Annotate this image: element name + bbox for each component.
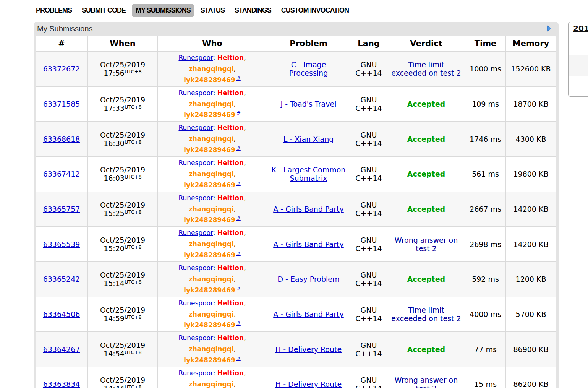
team-member[interactable]: lyk248289469	[184, 111, 235, 119]
team-member[interactable]: lyk248289469	[184, 356, 235, 364]
team-member[interactable]: lyk248289469	[184, 181, 235, 189]
team-hash-link[interactable]: #	[236, 75, 241, 81]
when-cell: Oct/25/2019 15:14UTC+8	[88, 262, 158, 297]
when-time: 14:44	[104, 384, 125, 388]
team-separator: :	[213, 264, 217, 272]
team-member[interactable]: Heltion	[217, 159, 244, 167]
problem-link[interactable]: C - Image Processing	[289, 60, 328, 77]
team-hash-link[interactable]: #	[236, 145, 241, 151]
submission-row: 63365242 Oct/25/2019 15:14UTC+8 Runespoo…	[36, 262, 556, 297]
when-time: 15:20	[104, 244, 125, 253]
team-member[interactable]: Heltion	[217, 334, 244, 342]
team-link[interactable]: Runespoor	[178, 369, 213, 377]
team-member[interactable]: zhangqingqi	[189, 170, 234, 178]
team-member[interactable]: zhangqingqi	[189, 135, 234, 143]
team-link[interactable]: Runespoor	[178, 194, 213, 202]
problem-link[interactable]: H - Delivery Route	[275, 380, 342, 388]
team-member[interactable]: zhangqingqi	[189, 205, 234, 213]
team-member[interactable]: lyk248289469	[184, 251, 235, 259]
when-date: Oct/25/2019	[90, 306, 155, 314]
submission-id-link[interactable]: 63365539	[43, 240, 80, 248]
team-member[interactable]: Heltion	[217, 229, 244, 237]
problem-link[interactable]: A - Girls Band Party	[273, 240, 344, 248]
time-cell: 1000 ms	[465, 52, 506, 87]
nav-item-submit-code[interactable]: Submit Code	[78, 4, 130, 17]
submission-id-link[interactable]: 63365242	[43, 275, 80, 283]
submission-id-link[interactable]: 63368618	[43, 135, 80, 143]
team-link[interactable]: Runespoor	[178, 264, 213, 272]
team-link[interactable]: Runespoor	[178, 54, 213, 62]
panel-caption: My Submissions	[34, 22, 559, 36]
team-member[interactable]: Heltion	[217, 264, 244, 272]
team-member[interactable]: Heltion	[217, 369, 244, 377]
problem-link[interactable]: K - Largest Common Submatrix	[272, 166, 346, 182]
team-link[interactable]: Runespoor	[178, 124, 213, 131]
team-member[interactable]: zhangqingqi	[189, 240, 234, 248]
team-member[interactable]: Heltion	[217, 124, 244, 131]
expand-arrow-icon[interactable]	[546, 25, 552, 32]
when-date: Oct/25/2019	[90, 376, 155, 384]
team-member[interactable]: lyk248289469	[184, 321, 235, 329]
team-member[interactable]: Heltion	[217, 54, 244, 62]
problem-link[interactable]: J - Toad's Travel	[281, 100, 337, 108]
submission-id-link[interactable]: 63363834	[43, 380, 80, 388]
team-member[interactable]: zhangqingqi	[189, 65, 234, 73]
problem-link[interactable]: L - Xian Xiang	[283, 135, 334, 143]
submission-id-link[interactable]: 63371585	[43, 100, 80, 108]
when-time-line: 14:44UTC+8	[90, 384, 155, 388]
nav-item-status[interactable]: Status	[197, 4, 228, 17]
problem-link[interactable]: H - Delivery Route	[275, 345, 342, 354]
nav-item-custom-invocation[interactable]: Custom Invocation	[277, 4, 353, 17]
nav-item-my-submissions[interactable]: My Submissions	[132, 4, 194, 17]
team-member[interactable]: lyk248289469	[184, 286, 235, 294]
problem-cell: J - Toad's Travel	[267, 87, 350, 122]
team-hash-link[interactable]: #	[236, 250, 241, 256]
team-member[interactable]: Heltion	[217, 89, 244, 97]
problem-cell: H - Delivery Route	[267, 367, 350, 388]
team-hash-link[interactable]: #	[236, 320, 241, 326]
team-member[interactable]: lyk248289469	[184, 76, 235, 84]
team-hash-link[interactable]: #	[236, 110, 241, 116]
problem-link[interactable]: A - Girls Band Party	[273, 310, 344, 318]
team-member[interactable]: zhangqingqi	[189, 345, 234, 353]
submission-id-link[interactable]: 63372672	[43, 65, 80, 73]
team-hash-link[interactable]: #	[236, 356, 241, 361]
team-member[interactable]: lyk248289469	[184, 216, 235, 224]
team-member[interactable]: Heltion	[217, 194, 244, 202]
who-cell: Runespoor: Heltion, zhangqingqi, lyk2482…	[158, 367, 267, 388]
problem-link[interactable]: D - Easy Problem	[277, 275, 339, 283]
team-hash-link[interactable]: #	[236, 180, 241, 186]
submission-id-link[interactable]: 63364506	[43, 310, 80, 318]
submission-id-link[interactable]: 63367412	[43, 170, 80, 178]
who-cell: Runespoor: Heltion, zhangqingqi, lyk2482…	[158, 262, 267, 297]
nav-item-problems[interactable]: Problems	[32, 4, 76, 17]
submission-id-link[interactable]: 63365757	[43, 205, 80, 213]
verdict-text: Accepted	[407, 275, 445, 283]
team-link[interactable]: Runespoor	[178, 299, 213, 307]
verdict-cell: Accepted	[387, 332, 465, 367]
verdict-text: Wrong answer on test 2	[395, 376, 458, 388]
problem-cell: K - Largest Common Submatrix	[267, 157, 350, 192]
team-member[interactable]: zhangqingqi	[189, 100, 234, 108]
when-date: Oct/25/2019	[90, 271, 155, 279]
when-date: Oct/25/2019	[90, 60, 155, 69]
team-member[interactable]: lyk248289469	[184, 146, 235, 154]
team-link[interactable]: Runespoor	[178, 89, 213, 97]
nav-item-standings[interactable]: Standings	[231, 4, 275, 17]
submission-id-cell: 63365757	[36, 192, 88, 227]
team-link[interactable]: Runespoor	[178, 334, 213, 342]
team-hash-link[interactable]: #	[236, 286, 241, 291]
team-link[interactable]: Runespoor	[178, 159, 213, 167]
lang-cell: GNU C++14	[350, 262, 387, 297]
memory-cell: 14200 KB	[506, 192, 556, 227]
team-member[interactable]: zhangqingqi	[189, 380, 234, 388]
contest-link[interactable]: 201	[573, 24, 588, 33]
team-member[interactable]: zhangqingqi	[189, 275, 234, 283]
problem-link[interactable]: A - Girls Band Party	[273, 205, 344, 213]
team-member[interactable]: Heltion	[217, 299, 244, 307]
contest-sidebar-header: 201	[569, 22, 588, 35]
team-member[interactable]: zhangqingqi	[189, 310, 234, 318]
team-link[interactable]: Runespoor	[178, 229, 213, 237]
submission-id-link[interactable]: 63364267	[43, 345, 80, 354]
team-hash-link[interactable]: #	[236, 215, 241, 221]
